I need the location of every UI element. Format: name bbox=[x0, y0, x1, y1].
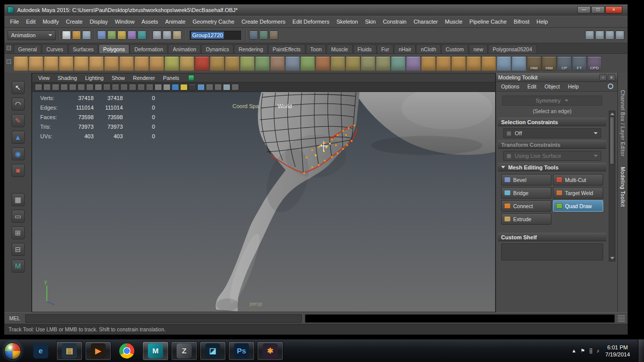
smooth-icon[interactable] bbox=[300, 56, 315, 71]
output-connections-icon[interactable] bbox=[163, 31, 172, 40]
custom-shelf-area[interactable] bbox=[501, 243, 603, 260]
scroll-down-icon[interactable] bbox=[610, 257, 614, 259]
layout-two-pane-icon[interactable]: ⊟ bbox=[12, 243, 25, 256]
shelf-tab[interactable]: Toon bbox=[306, 44, 327, 53]
ft-icon[interactable]: FT bbox=[572, 56, 587, 71]
viewport-3d-view[interactable]: y Verts: 37418 37418 0 bbox=[32, 92, 495, 312]
layout-single-pane-icon[interactable]: ▭ bbox=[12, 210, 25, 223]
action-center-flag-icon[interactable]: ⚑ bbox=[581, 348, 585, 353]
lock-camera-icon[interactable] bbox=[43, 84, 51, 90]
append-to-polygon-icon[interactable] bbox=[451, 56, 466, 71]
photo-viewer-icon[interactable]: ◪ bbox=[200, 341, 226, 360]
poly-cone-icon[interactable] bbox=[59, 56, 73, 71]
menu-item[interactable]: Character bbox=[410, 17, 441, 26]
shelf-tab[interactable]: Polygons bbox=[99, 44, 129, 53]
menu-item[interactable]: Bifrost bbox=[510, 17, 533, 26]
clock[interactable]: 6:01 PM 7/19/2014 bbox=[605, 344, 630, 358]
menu-item[interactable]: Muscle bbox=[441, 17, 466, 26]
internet-explorer-icon[interactable]: e bbox=[28, 341, 54, 360]
grid-icon[interactable] bbox=[95, 84, 102, 90]
make-hole-icon[interactable] bbox=[376, 56, 390, 71]
lasso-tool-icon[interactable]: ◠ bbox=[12, 98, 25, 111]
save-scene-icon[interactable] bbox=[82, 31, 91, 40]
isolate-select-icon[interactable] bbox=[231, 84, 239, 90]
mel-input[interactable] bbox=[25, 314, 302, 323]
menu-item[interactable]: Skin bbox=[361, 17, 379, 26]
layout-four-pane-icon[interactable]: ⊞ bbox=[12, 226, 25, 239]
extrude-button[interactable]: Extrude bbox=[501, 213, 551, 225]
scrollbar-thumb[interactable] bbox=[610, 117, 614, 164]
input-connections-icon[interactable] bbox=[152, 31, 162, 40]
wed​ge-icon[interactable] bbox=[466, 56, 481, 71]
minimize-button[interactable]: — bbox=[577, 6, 591, 14]
new-scene-icon[interactable] bbox=[62, 31, 71, 40]
panel-toolbar-toggle-icon[interactable] bbox=[188, 75, 194, 81]
shelf-tab[interactable]: Animation bbox=[168, 44, 201, 53]
titlebar[interactable]: Autodesk Maya 2015: C:\Users\Paul\Deskto… bbox=[5, 5, 627, 16]
poke-icon[interactable] bbox=[481, 56, 496, 71]
motion-blur-icon[interactable] bbox=[206, 84, 213, 90]
select-tool-icon[interactable]: ↖ bbox=[12, 81, 25, 94]
menu-item[interactable]: Skeleton bbox=[333, 17, 362, 26]
shelf-tab[interactable]: Curves bbox=[42, 44, 67, 53]
shelf-tab[interactable]: nCloth bbox=[416, 44, 440, 53]
toolkit-menu-item[interactable]: Edit bbox=[523, 83, 540, 89]
channel-box-icon[interactable] bbox=[605, 31, 614, 40]
menu-item[interactable]: Create Deformers bbox=[238, 17, 289, 26]
hist-b-icon[interactable]: Hist bbox=[542, 56, 556, 71]
menu-item[interactable]: Window bbox=[111, 17, 138, 26]
photoshop-icon[interactable]: Ps bbox=[228, 341, 255, 360]
menu-item[interactable]: Edit bbox=[23, 17, 39, 26]
bookmarks-icon[interactable] bbox=[60, 84, 68, 90]
shelf-tab[interactable]: Dynamics bbox=[201, 44, 233, 53]
ui-visibility-toggle-icon[interactable] bbox=[7, 59, 11, 64]
cut-faces-icon[interactable] bbox=[497, 56, 511, 71]
network-icon[interactable]: ⣿ bbox=[589, 348, 593, 353]
quick-selection-field[interactable]: Group12720 bbox=[190, 31, 241, 40]
connect-button[interactable]: Connect bbox=[501, 200, 551, 212]
cp-icon[interactable]: CP bbox=[557, 56, 572, 71]
toolkit-menu-item[interactable]: Object bbox=[540, 83, 564, 89]
quad-draw-button[interactable]: Quad Draw bbox=[553, 200, 603, 212]
shelf-tab[interactable]: nHair bbox=[394, 44, 416, 53]
shelf-tab[interactable]: Fluids bbox=[353, 44, 376, 53]
poly-pyramid-icon[interactable] bbox=[119, 56, 134, 71]
toolkit-menu-item[interactable]: Help bbox=[564, 83, 583, 89]
xray-icon[interactable] bbox=[223, 84, 230, 90]
poly-sphere-icon[interactable] bbox=[14, 56, 28, 71]
bridge-button[interactable]: Bridge bbox=[501, 187, 551, 199]
textured-icon[interactable] bbox=[172, 84, 179, 90]
render-current-frame-icon[interactable] bbox=[249, 31, 258, 40]
show-desktop-button[interactable] bbox=[638, 339, 644, 362]
close-button[interactable]: × bbox=[605, 6, 622, 14]
scale-tool-icon[interactable]: ■ bbox=[12, 164, 25, 177]
poly-pipe-icon[interactable] bbox=[134, 56, 149, 71]
snap-to-grid-icon[interactable] bbox=[97, 31, 106, 40]
safe-action-icon[interactable] bbox=[137, 84, 145, 90]
cpd-icon[interactable]: CPD bbox=[587, 56, 602, 71]
resolution-gate-icon[interactable] bbox=[112, 84, 119, 90]
symmetry-dropdown[interactable]: Symmetry bbox=[502, 96, 602, 106]
poly-torus-icon[interactable] bbox=[89, 56, 104, 71]
move-tool-icon[interactable]: ▲ bbox=[12, 131, 25, 144]
screen-space-ao-icon[interactable] bbox=[197, 84, 205, 90]
camera-attributes-icon[interactable] bbox=[52, 84, 59, 90]
menu-item[interactable]: Assets bbox=[138, 17, 162, 26]
make-live-icon[interactable] bbox=[137, 31, 146, 40]
use-all-lights-icon[interactable] bbox=[180, 84, 188, 90]
volume-icon[interactable]: ♪ bbox=[597, 348, 599, 353]
extrude-icon[interactable] bbox=[421, 56, 436, 71]
toolkit-pin-icon[interactable] bbox=[608, 83, 613, 89]
poly-prism-icon[interactable] bbox=[104, 56, 119, 71]
safe-title-icon[interactable] bbox=[146, 84, 153, 90]
panel-menu-item[interactable]: Renderer bbox=[129, 75, 159, 81]
tool-settings-icon[interactable] bbox=[595, 31, 604, 40]
scroll-up-icon[interactable] bbox=[610, 113, 614, 115]
extract-icon[interactable] bbox=[240, 56, 255, 71]
command-response-field[interactable] bbox=[305, 314, 615, 323]
shelf-tab[interactable]: Muscle bbox=[327, 44, 352, 53]
panel-menu-item[interactable]: Show bbox=[108, 75, 129, 81]
bevel-button[interactable]: Bevel bbox=[501, 174, 551, 186]
panel-menu-item[interactable]: View bbox=[34, 75, 54, 81]
field-chart-icon[interactable] bbox=[129, 84, 136, 90]
